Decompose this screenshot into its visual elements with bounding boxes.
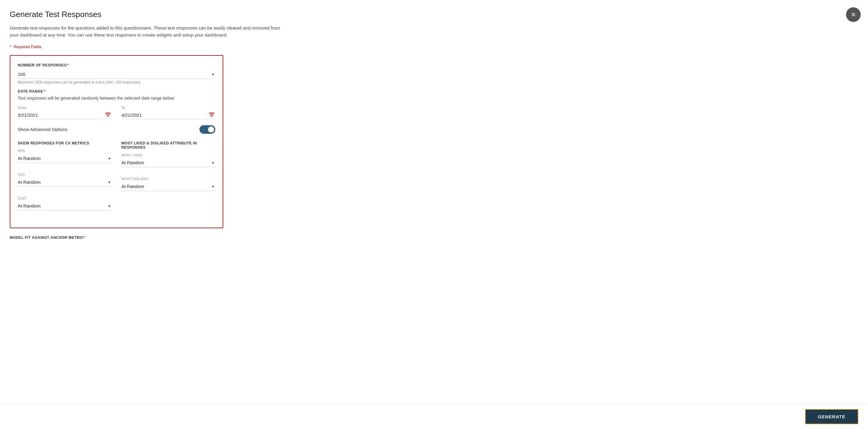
skew-responses-col: SKEW RESPONSES FOR CX METRICS NPS At Ran… [18,141,112,220]
most-liked-label: Most Liked [121,153,215,157]
page-title: Generate Test Responses [10,10,856,19]
required-note: * Required Fields [10,44,856,49]
page-description: Generate test responses for the question… [10,25,284,38]
most-disliked-label: Most Disliked [121,177,215,181]
to-date-label: To [121,106,215,110]
most-liked-select[interactable]: At Random Option 1 Option 2 [121,158,215,167]
required-asterisk: * [10,44,11,49]
advanced-options-row: Show Advanced Options [18,125,215,134]
nps-select[interactable]: At Random Promoters Passives Detractors [18,154,112,163]
calendar-icon-to[interactable]: 📅 [209,112,215,118]
advanced-grid: SKEW RESPONSES FOR CX METRICS NPS At Ran… [18,141,215,220]
most-disliked-select[interactable]: At Random Option 1 Option 2 [121,182,215,191]
nps-group: NPS At Random Promoters Passives Detract… [18,149,112,164]
date-range-label: DATE RANGE* [18,89,215,94]
model-fit-label: MODEL FIT AGAINST ANCHOR METRIC* [10,235,856,240]
most-liked-group: Most Liked At Random Option 1 Option 2 ▾ [121,153,215,168]
csat-select[interactable]: At Random Very Satisfied Satisfied Neutr… [18,201,112,210]
main-form-section: NUMBER OF RESPONSES* 100 200 300 500 100… [10,55,223,228]
close-icon: ✕ [851,11,856,18]
advanced-options-toggle[interactable] [199,125,215,134]
bottom-bar: GENERATE [0,404,868,429]
most-liked-disliked-col: MOST LIKED & DISLIKED ATTRIBUTE IN RESPO… [121,141,215,220]
ces-group: CES At Random High Medium Low ▾ [18,173,112,188]
number-of-responses-wrapper: 100 200 300 500 1000 ▾ [18,70,215,79]
generate-button[interactable]: GENERATE [805,409,858,424]
to-date-field: To 📅 [121,106,215,119]
ces-select-wrapper: At Random High Medium Low ▾ [18,178,112,187]
from-date-input[interactable] [18,111,104,119]
most-disliked-select-wrapper: At Random Option 1 Option 2 ▾ [121,182,215,191]
to-date-input[interactable] [121,111,208,119]
ces-select[interactable]: At Random High Medium Low [18,178,112,187]
most-liked-disliked-header: MOST LIKED & DISLIKED ATTRIBUTE IN RESPO… [121,141,215,150]
number-of-responses-select[interactable]: 100 200 300 500 1000 [18,70,215,79]
from-date-field: From 📅 [18,106,112,119]
modal-overlay: ✕ Generate Test Responses Generate test … [0,0,868,429]
csat-select-wrapper: At Random Very Satisfied Satisfied Neutr… [18,201,112,210]
nps-label: NPS [18,149,112,153]
advanced-options-label: Show Advanced Options [18,127,67,132]
from-date-wrapper: 📅 [18,111,112,119]
csat-label: CSAT [18,197,112,200]
date-row: From 📅 To 📅 [18,106,215,119]
from-date-label: From [18,106,112,110]
responses-helper-text: Maximum 1000 responses can be generated … [18,80,215,85]
calendar-icon-from[interactable]: 📅 [105,112,111,118]
skew-responses-header: SKEW RESPONSES FOR CX METRICS [18,141,112,145]
close-button[interactable]: ✕ [846,7,861,22]
csat-group: CSAT At Random Very Satisfied Satisfied … [18,197,112,212]
toggle-slider [199,125,215,134]
most-disliked-group: Most Disliked At Random Option 1 Option … [121,177,215,192]
nps-select-wrapper: At Random Promoters Passives Detractors … [18,154,112,163]
most-liked-select-wrapper: At Random Option 1 Option 2 ▾ [121,158,215,167]
date-range-description: Test responses will be generated randoml… [18,95,215,101]
ces-label: CES [18,173,112,176]
number-of-responses-label: NUMBER OF RESPONSES* [18,63,215,67]
to-date-wrapper: 📅 [121,111,215,119]
